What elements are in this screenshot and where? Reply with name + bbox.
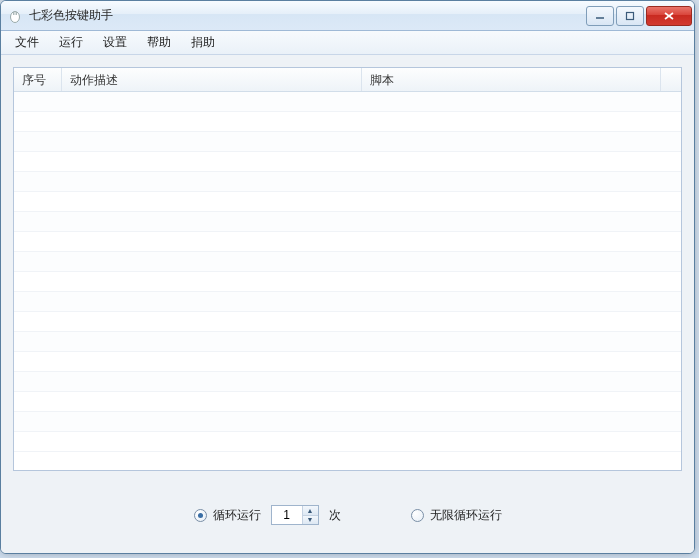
radio-loop-infinite[interactable] [411,509,424,522]
list-header: 序号 动作描述 脚本 [14,68,681,92]
list-row[interactable] [14,292,681,312]
radio-loop-count[interactable] [194,509,207,522]
list-row[interactable] [14,172,681,192]
svg-point-0 [11,11,20,22]
window-title: 七彩色按键助手 [29,7,113,24]
list-row[interactable] [14,352,681,372]
spinner-up-icon[interactable]: ▲ [303,506,318,516]
loop-count-spinner[interactable]: ▲ ▼ [271,505,319,525]
list-row[interactable] [14,232,681,252]
menu-run[interactable]: 运行 [49,31,93,54]
col-script[interactable]: 脚本 [362,68,661,91]
content-area: 序号 动作描述 脚本 [1,55,694,553]
titlebar[interactable]: 七彩色按键助手 [1,1,694,31]
list-body[interactable] [14,92,681,470]
col-index[interactable]: 序号 [14,68,62,91]
loop-infinite-group[interactable]: 无限循环运行 [411,507,502,524]
svg-rect-4 [627,12,634,19]
loop-count-group[interactable]: 循环运行 ▲ ▼ 次 [194,505,341,525]
svg-rect-1 [13,12,14,15]
menu-settings[interactable]: 设置 [93,31,137,54]
app-window: 七彩色按键助手 文件 运行 设置 帮助 捐助 序号 [0,0,695,554]
app-icon [7,8,23,24]
list-row[interactable] [14,372,681,392]
times-suffix: 次 [329,507,341,524]
list-row[interactable] [14,212,681,232]
menu-help[interactable]: 帮助 [137,31,181,54]
list-row[interactable] [14,272,681,292]
loop-count-input[interactable] [272,506,302,524]
list-row[interactable] [14,152,681,172]
close-button[interactable] [646,6,692,26]
menubar: 文件 运行 设置 帮助 捐助 [1,31,694,55]
minimize-button[interactable] [586,6,614,26]
window-controls [584,6,692,26]
loop-run-label: 循环运行 [213,507,261,524]
spinner-down-icon[interactable]: ▼ [303,516,318,525]
list-row[interactable] [14,312,681,332]
menu-file[interactable]: 文件 [5,31,49,54]
maximize-button[interactable] [616,6,644,26]
list-row[interactable] [14,392,681,412]
menu-donate[interactable]: 捐助 [181,31,225,54]
list-row[interactable] [14,192,681,212]
col-spacer [661,68,681,91]
list-row[interactable] [14,332,681,352]
list-row[interactable] [14,132,681,152]
svg-rect-2 [16,12,17,15]
list-row[interactable] [14,252,681,272]
list-row[interactable] [14,112,681,132]
infinite-loop-label: 无限循环运行 [430,507,502,524]
action-list[interactable]: 序号 动作描述 脚本 [13,67,682,471]
list-row[interactable] [14,92,681,112]
col-desc[interactable]: 动作描述 [62,68,362,91]
list-row[interactable] [14,412,681,432]
list-row[interactable] [14,432,681,452]
footer-controls: 循环运行 ▲ ▼ 次 无限循环运行 [13,471,682,541]
